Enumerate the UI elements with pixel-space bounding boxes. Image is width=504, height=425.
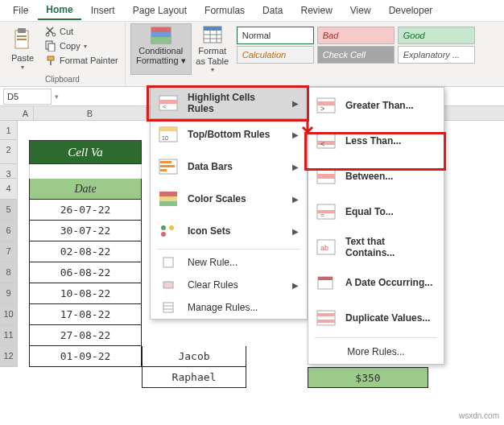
tab-page-layout[interactable]: Page Layout xyxy=(125,2,195,19)
row-12[interactable]: 12 xyxy=(0,346,18,367)
text-icon: ab xyxy=(316,239,336,255)
menu-highlight-cells-rules[interactable]: < Highlight Cells Rules ▶ xyxy=(150,87,308,119)
menu-text-contains[interactable]: ab Text that Contains... xyxy=(308,229,444,265)
row-10[interactable]: 10 xyxy=(0,304,18,325)
chevron-right-icon: ▶ xyxy=(292,163,299,171)
tab-formulas[interactable]: Formulas xyxy=(196,2,253,19)
menu-label: A Date Occurring... xyxy=(345,277,432,288)
chevron-right-icon: ▶ xyxy=(292,281,299,290)
row-11[interactable]: 11 xyxy=(0,325,18,346)
tab-file[interactable]: File xyxy=(5,2,36,19)
table-row[interactable]: Raphael xyxy=(142,367,246,388)
row-9[interactable]: 9 xyxy=(0,283,18,304)
row-3[interactable]: 3 xyxy=(0,164,18,179)
menu-greater-than[interactable]: > Greater Than... xyxy=(308,88,444,123)
menu-label: Duplicate Values... xyxy=(345,312,430,324)
svg-point-35 xyxy=(161,232,166,237)
manage-rules-icon xyxy=(159,299,178,316)
svg-text:10: 10 xyxy=(162,135,168,141)
cut-button[interactable]: Cut xyxy=(43,25,120,38)
menu-data-bars[interactable]: Data Bars ▶ xyxy=(151,151,307,183)
svg-rect-15 xyxy=(204,27,221,31)
name-box[interactable]: D5 xyxy=(3,89,52,105)
ribbon-tabs: File Home Insert Page Layout Formulas Da… xyxy=(0,0,504,21)
eq-icon: = xyxy=(316,204,336,220)
clipboard-group-label: Clipboard xyxy=(5,75,120,85)
format-as-table-button[interactable]: Format as Table ▾ xyxy=(195,23,230,75)
conditional-formatting-button[interactable]: Conditional Formatting ▾ xyxy=(130,23,192,75)
conditional-formatting-menu: < Highlight Cells Rules ▶ 10 Top/Bottom … xyxy=(150,87,308,320)
menu-clear-rules[interactable]: Clear Rules ▶ xyxy=(151,274,307,296)
tab-developer[interactable]: Developer xyxy=(381,2,441,19)
namebox-dropdown-icon[interactable]: ▾ xyxy=(55,93,59,101)
menu-color-scales[interactable]: Color Scales ▶ xyxy=(151,183,307,215)
menu-manage-rules[interactable]: Manage Rules... xyxy=(151,296,307,319)
table-row[interactable]: Jacob xyxy=(142,346,246,367)
style-explanatory[interactable]: Explanatory ... xyxy=(398,46,475,64)
menu-equal-to[interactable]: = Equal To... xyxy=(308,194,444,229)
menu-new-rule[interactable]: New Rule... xyxy=(151,251,307,274)
menu-label: Highlight Cells Rules xyxy=(188,92,283,114)
table-row[interactable]: 17-08-22 xyxy=(29,304,142,325)
table-title[interactable]: Cell Va xyxy=(29,140,142,164)
databars-icon xyxy=(159,159,178,175)
svg-rect-9 xyxy=(50,60,52,65)
col-a[interactable]: A xyxy=(18,106,34,120)
paste-button[interactable]: Paste ▾ xyxy=(5,23,40,75)
tab-review[interactable]: Review xyxy=(292,2,340,19)
style-normal[interactable]: Normal xyxy=(237,27,314,44)
svg-rect-13 xyxy=(151,37,171,43)
svg-text:<: < xyxy=(163,103,167,110)
svg-rect-8 xyxy=(48,56,54,60)
price-cell[interactable]: $350 xyxy=(308,367,428,388)
table-row[interactable]: 01-09-22 xyxy=(29,346,142,367)
table-row[interactable]: 10-08-22 xyxy=(29,283,142,304)
highlight-cells-submenu: > Greater Than... < Less Than... Between… xyxy=(308,87,444,365)
table-row[interactable]: 06-08-22 xyxy=(29,262,142,283)
svg-rect-7 xyxy=(48,43,55,52)
svg-text:>: > xyxy=(320,105,324,113)
row-8[interactable]: 8 xyxy=(0,262,18,283)
menu-label: Icon Sets xyxy=(188,225,230,237)
row-7[interactable]: 7 xyxy=(0,241,18,262)
table-row[interactable]: 30-07-22 xyxy=(29,221,142,241)
menu-label: Clear Rules xyxy=(188,279,238,291)
table-row[interactable]: 02-08-22 xyxy=(29,241,142,262)
svg-rect-55 xyxy=(318,277,333,280)
table-row[interactable]: 27-08-22 xyxy=(29,325,142,346)
date-icon xyxy=(316,274,336,291)
lt-icon: < xyxy=(316,133,336,149)
menu-icon-sets[interactable]: Icon Sets ▶ xyxy=(151,215,307,247)
menu-between[interactable]: Between... xyxy=(308,159,444,194)
style-calculation[interactable]: Calculation xyxy=(237,46,314,64)
menu-label: Between... xyxy=(345,171,393,182)
iconsets-icon xyxy=(159,223,178,239)
row-4[interactable]: 4 xyxy=(0,179,18,200)
copy-button[interactable]: Copy ▾ xyxy=(43,39,120,52)
menu-more-rules[interactable]: More Rules... xyxy=(308,340,444,364)
style-bad[interactable]: Bad xyxy=(317,27,395,44)
menu-label: Data Bars xyxy=(188,161,233,172)
tab-data[interactable]: Data xyxy=(254,2,291,19)
tab-view[interactable]: View xyxy=(342,2,379,19)
menu-duplicate-values[interactable]: Duplicate Values... xyxy=(308,300,444,336)
clipboard-group: Paste ▾ Cut Copy ▾ Format Painter C xyxy=(0,22,126,86)
col-b[interactable]: B xyxy=(34,106,147,120)
row-2[interactable]: 2 xyxy=(0,140,18,164)
tab-home[interactable]: Home xyxy=(38,1,81,20)
style-good[interactable]: Good xyxy=(398,27,475,44)
row-6[interactable]: 6 xyxy=(0,221,18,241)
format-painter-button[interactable]: Format Painter xyxy=(43,54,120,67)
row-1[interactable]: 1 xyxy=(0,121,18,140)
tab-insert[interactable]: Insert xyxy=(83,2,123,19)
menu-less-than[interactable]: < Less Than... xyxy=(308,123,444,159)
row-5[interactable]: 5 xyxy=(0,200,18,221)
ribbon: Paste ▾ Cut Copy ▾ Format Painter C xyxy=(0,21,504,87)
menu-top-bottom-rules[interactable]: 10 Top/Bottom Rules ▶ xyxy=(151,118,307,151)
menu-date-occurring[interactable]: A Date Occurring... xyxy=(308,265,444,300)
menu-label: Less Than... xyxy=(345,135,401,146)
paste-label: Paste xyxy=(11,53,34,63)
table-header-date[interactable]: Date xyxy=(29,179,142,200)
style-check-cell[interactable]: Check Cell xyxy=(317,46,395,64)
table-row[interactable]: 26-07-22 xyxy=(29,200,142,221)
